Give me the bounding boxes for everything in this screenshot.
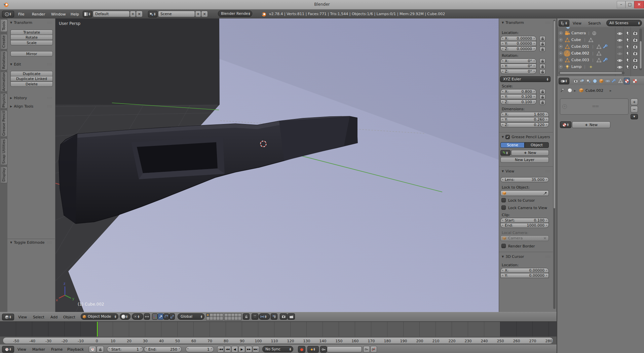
rotate-manipulator-toggle[interactable]	[163, 313, 169, 320]
lens-field[interactable]: Lens:35.000	[500, 177, 549, 182]
align-tools-panel-header[interactable]: ▶Align Tools	[10, 104, 33, 109]
selectable-icon[interactable]	[625, 31, 631, 36]
menu-file[interactable]: File	[18, 9, 24, 19]
history-panel-header[interactable]: ▶History	[10, 96, 27, 100]
view3d-menu-add[interactable]: Add	[50, 312, 58, 322]
lock-location-y[interactable]	[539, 41, 545, 46]
render-border-checkbox[interactable]	[501, 244, 506, 248]
screen-layout-icon-button[interactable]: ▲▼	[83, 11, 92, 17]
tab-grease-pencil[interactable]: Grease Pencil	[1, 110, 7, 137]
outliner-menu-view[interactable]: View	[573, 19, 581, 28]
scale-button[interactable]: Scale	[10, 40, 53, 45]
render-opengl-button[interactable]	[280, 313, 287, 320]
render-engine-select[interactable]: Blender Render▲▼	[218, 10, 252, 17]
tab-object[interactable]	[598, 78, 604, 84]
tab-render-layers[interactable]	[579, 78, 585, 84]
render-toggle-icon[interactable]	[633, 64, 638, 70]
delete-button[interactable]: Delete	[10, 81, 53, 87]
manipulate-center-points-toggle[interactable]	[144, 313, 150, 320]
browse-material-select[interactable]: ▲▼	[560, 121, 571, 128]
lock-to-scene-toggle[interactable]	[243, 313, 250, 320]
lock-rotation-z[interactable]	[539, 69, 545, 74]
dimensions-z-field[interactable]: Z:0.220	[500, 122, 549, 127]
tab-texture[interactable]	[632, 78, 638, 84]
lock-camera-to-view-checkbox[interactable]	[501, 205, 506, 210]
lock-rotation-x[interactable]	[539, 58, 545, 64]
menu-window[interactable]: Window	[51, 9, 66, 19]
keying-set-select[interactable]: ◆ ▲▼	[307, 346, 319, 353]
snap-element-select[interactable]: ▲▼	[259, 313, 270, 320]
render-opengl-anim-button[interactable]	[288, 313, 295, 320]
gp-new-button[interactable]: +New	[511, 150, 549, 156]
active-keying-set-icon-button[interactable]	[320, 346, 327, 353]
cursor-y-field[interactable]: Y:0.00000	[500, 273, 549, 278]
render-toggle-icon[interactable]	[633, 57, 638, 63]
slot-specials-menu[interactable]: ▼	[631, 114, 638, 119]
layers-widget-group2[interactable]	[225, 314, 241, 320]
pivot-point-select[interactable]: ▲▼	[132, 313, 143, 320]
tab-display[interactable]: Display	[1, 166, 7, 183]
eye-icon[interactable]	[617, 65, 622, 70]
tab-scene[interactable]	[585, 78, 592, 84]
tab-physics[interactable]: Physics	[1, 93, 7, 109]
rotation-mode-select[interactable]: XYZ Euler▲▼	[500, 76, 551, 82]
eye-closed-icon[interactable]	[617, 44, 622, 50]
manipulator-axes-toggle[interactable]	[152, 313, 158, 320]
active-keying-set-field[interactable]	[327, 346, 362, 352]
view-panel-header[interactable]: ▼View	[502, 169, 514, 173]
scene-field[interactable]: Scene	[158, 11, 195, 17]
screen-layout-field[interactable]: Default	[93, 11, 130, 17]
scene-icon-button[interactable]: ▲▼	[148, 11, 157, 17]
scale-y-field[interactable]: Y:0.100	[500, 94, 536, 99]
material-slot-list[interactable]: + ==	[560, 99, 629, 115]
transform-orientation-select[interactable]: Global▲▼	[178, 313, 204, 320]
outliner-row-lamp[interactable]: + Lamp |	[557, 64, 644, 70]
last-operator-panel-header[interactable]: ▼Toggle Editmode	[10, 240, 45, 245]
mirror-button[interactable]: Mirror	[10, 51, 53, 56]
pin-icon[interactable]	[560, 88, 565, 93]
transform-panel-header[interactable]: ▼Transform	[10, 21, 32, 25]
selectable-icon[interactable]	[625, 37, 631, 43]
timeline-menu-view[interactable]: View	[17, 345, 26, 353]
jump-to-start-button[interactable]: |◀◀	[217, 346, 224, 353]
menu-render[interactable]: Render	[32, 9, 45, 19]
delete-layout-button[interactable]: ×	[136, 11, 143, 17]
timeline-menu-playback[interactable]: Playback	[67, 345, 84, 353]
layers-widget-group1[interactable]	[206, 314, 223, 320]
gp-scene-tab[interactable]: Scene	[500, 142, 525, 148]
editor-type-3dview-button[interactable]: ▲▼	[2, 314, 14, 320]
close-button[interactable]: ✕	[634, 1, 644, 8]
menu-help[interactable]: Help	[71, 9, 79, 19]
snap-target-button[interactable]	[271, 313, 277, 320]
eyedropper-icon[interactable]	[543, 191, 547, 195]
rotate-button[interactable]: Rotate	[10, 35, 53, 40]
outliner-row-cube001[interactable]: + Cube.001 |	[557, 43, 644, 50]
add-material-slot-button[interactable]: +	[631, 99, 638, 105]
timeline-menu-marker[interactable]: Marker	[32, 345, 45, 353]
add-layout-button[interactable]: +	[130, 11, 136, 17]
viewport-3d[interactable]: User Persp (1) Cube.002 x y z	[55, 18, 499, 312]
tab-material-active[interactable]	[624, 78, 630, 84]
audio-sync-select[interactable]: No Sync▲▼	[262, 346, 293, 352]
scale-manipulator-toggle[interactable]	[169, 313, 175, 320]
frame-start-field[interactable]: Start:1	[107, 346, 143, 352]
lock-to-cursor-checkbox[interactable]	[501, 198, 506, 202]
gp-new-layer-button[interactable]: New Layer	[500, 157, 549, 163]
delete-scene-button[interactable]: ×	[201, 11, 208, 17]
outliner-row-camera[interactable]: + Camera |	[557, 30, 644, 37]
npanel-scrollbar[interactable]	[553, 20, 556, 309]
viewport-shading-select[interactable]: ▲▼	[120, 313, 130, 320]
previous-keyframe-button[interactable]: ◀◀	[224, 346, 231, 353]
frame-end-field[interactable]: End:250	[144, 346, 182, 352]
editor-type-timeline-button[interactable]: ▲▼	[2, 346, 14, 353]
selectable-icon[interactable]	[625, 64, 631, 70]
location-z-field[interactable]: Z:0.00000	[500, 46, 536, 51]
editor-type-properties-button[interactable]: ▲▼	[559, 78, 569, 84]
clear-icon[interactable]: ×	[543, 236, 548, 240]
outliner-row-cube[interactable]: + Cube |	[557, 37, 644, 43]
delete-keyframes-button[interactable]	[370, 346, 377, 353]
view3d-menu-view[interactable]: View	[18, 312, 27, 322]
render-toggle-icon[interactable]	[633, 51, 638, 56]
tab-modifiers[interactable]	[611, 78, 617, 84]
rotation-y-field[interactable]: Y:0°	[500, 64, 536, 69]
